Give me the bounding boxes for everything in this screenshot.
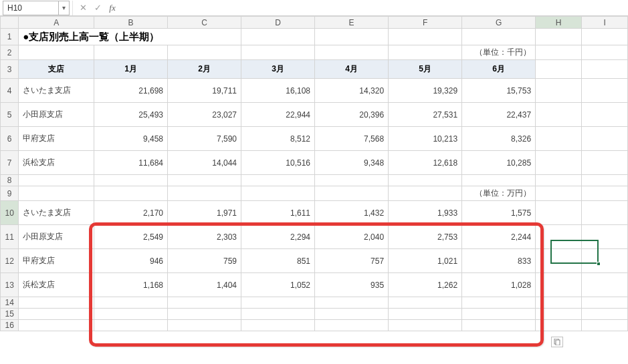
- cell[interactable]: 2,303: [168, 225, 241, 249]
- cell[interactable]: 935: [315, 273, 389, 297]
- cell[interactable]: [536, 103, 582, 127]
- cell[interactable]: [94, 175, 168, 186]
- cell[interactable]: [168, 45, 241, 60]
- cell[interactable]: 小田原支店: [19, 103, 94, 127]
- cell[interactable]: [315, 309, 389, 320]
- cell[interactable]: [241, 309, 315, 320]
- cell[interactable]: 10,516: [241, 151, 315, 175]
- cell[interactable]: [536, 201, 582, 225]
- cell[interactable]: [389, 320, 462, 331]
- cell[interactable]: [536, 175, 582, 186]
- cell[interactable]: [462, 175, 536, 186]
- cell[interactable]: [19, 45, 94, 60]
- cell[interactable]: [315, 320, 389, 331]
- cell[interactable]: [389, 186, 462, 201]
- cell[interactable]: [536, 309, 582, 320]
- cell[interactable]: 2,753: [389, 225, 462, 249]
- cell[interactable]: 1,611: [241, 201, 315, 225]
- cell[interactable]: [582, 320, 628, 331]
- row-header-16[interactable]: 16: [1, 320, 19, 331]
- cell[interactable]: [536, 320, 582, 331]
- row-header-8[interactable]: 8: [1, 175, 19, 186]
- cell[interactable]: 2,549: [94, 225, 168, 249]
- cell[interactable]: 10,285: [462, 151, 536, 175]
- cell[interactable]: [94, 45, 168, 60]
- cell[interactable]: （単位：千円）: [462, 45, 536, 60]
- cell[interactable]: 浜松支店: [19, 151, 94, 175]
- cell[interactable]: [582, 225, 628, 249]
- cell[interactable]: [536, 297, 582, 309]
- cell[interactable]: [19, 175, 94, 186]
- cell[interactable]: 1,971: [168, 201, 241, 225]
- cell[interactable]: 19,711: [168, 79, 241, 103]
- col-header-E[interactable]: E: [315, 17, 389, 29]
- col-header-D[interactable]: D: [241, 17, 315, 29]
- row-header-4[interactable]: 4: [1, 79, 19, 103]
- cell[interactable]: [389, 309, 462, 320]
- cell[interactable]: 27,531: [389, 103, 462, 127]
- cell[interactable]: 833: [462, 249, 536, 273]
- cell[interactable]: [536, 151, 582, 175]
- cell[interactable]: [241, 186, 315, 201]
- cell[interactable]: [536, 186, 582, 201]
- cell[interactable]: [462, 309, 536, 320]
- cell[interactable]: [582, 273, 628, 297]
- cell[interactable]: 7,568: [315, 127, 389, 151]
- col-header-I[interactable]: I: [582, 17, 628, 29]
- col-header-B[interactable]: B: [94, 17, 168, 29]
- cell[interactable]: 2,170: [94, 201, 168, 225]
- paste-options-icon[interactable]: [551, 337, 563, 347]
- cell[interactable]: 757: [315, 249, 389, 273]
- cell[interactable]: [462, 297, 536, 309]
- name-box-dropdown[interactable]: ▾: [59, 1, 70, 15]
- cell[interactable]: [389, 297, 462, 309]
- cell[interactable]: [582, 186, 628, 201]
- cell[interactable]: 23,027: [168, 103, 241, 127]
- cell[interactable]: 1,262: [389, 273, 462, 297]
- cell[interactable]: 1,028: [462, 273, 536, 297]
- cell[interactable]: [536, 45, 582, 60]
- cell[interactable]: 2,244: [462, 225, 536, 249]
- col-header-F[interactable]: F: [389, 17, 462, 29]
- cell[interactable]: [315, 45, 389, 60]
- cell[interactable]: 甲府支店: [19, 249, 94, 273]
- cell[interactable]: [582, 297, 628, 309]
- col-header-A[interactable]: A: [19, 17, 94, 29]
- name-box[interactable]: H10: [3, 1, 59, 15]
- cell[interactable]: [168, 186, 241, 201]
- row-header-12[interactable]: 12: [1, 249, 19, 273]
- cell[interactable]: [241, 320, 315, 331]
- cell[interactable]: （単位：万円）: [462, 186, 536, 201]
- cell[interactable]: [315, 297, 389, 309]
- fx-icon[interactable]: fx: [105, 3, 120, 13]
- cell[interactable]: 22,437: [462, 103, 536, 127]
- cell[interactable]: 1,933: [389, 201, 462, 225]
- cell[interactable]: 1,052: [241, 273, 315, 297]
- cell[interactable]: [536, 29, 582, 45]
- cell[interactable]: 1,021: [389, 249, 462, 273]
- cell[interactable]: [19, 297, 94, 309]
- cell[interactable]: [241, 297, 315, 309]
- cell[interactable]: [168, 309, 241, 320]
- cell[interactable]: [19, 309, 94, 320]
- cell[interactable]: 16,108: [241, 79, 315, 103]
- cell[interactable]: [582, 103, 628, 127]
- cell[interactable]: 5月: [389, 60, 462, 79]
- cell[interactable]: [582, 151, 628, 175]
- cell[interactable]: 1,168: [94, 273, 168, 297]
- cell[interactable]: 9,348: [315, 151, 389, 175]
- cell[interactable]: [241, 45, 315, 60]
- cell[interactable]: 22,944: [241, 103, 315, 127]
- row-header-3[interactable]: 3: [1, 60, 19, 79]
- col-header-H[interactable]: H: [536, 17, 582, 29]
- cell[interactable]: 12,618: [389, 151, 462, 175]
- cell[interactable]: [582, 127, 628, 151]
- cell[interactable]: [582, 201, 628, 225]
- cell[interactable]: 1月: [94, 60, 168, 79]
- cell[interactable]: 759: [168, 249, 241, 273]
- cell[interactable]: [536, 79, 582, 103]
- cell[interactable]: [19, 186, 94, 201]
- worksheet[interactable]: A B C D E F G H I 1 ●支店別売上高一覧（上半期） 2 （単位…: [0, 16, 628, 331]
- cell[interactable]: [536, 60, 582, 79]
- cell[interactable]: [389, 29, 462, 45]
